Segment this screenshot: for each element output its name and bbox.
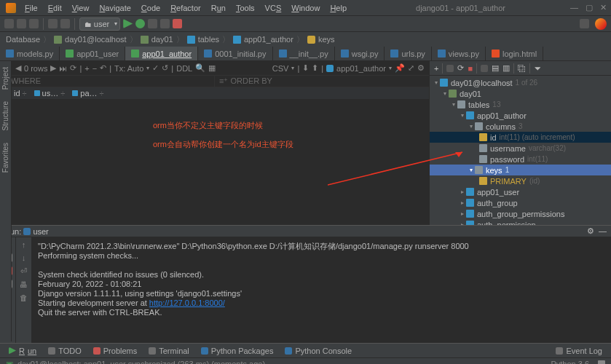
download-icon[interactable]: ⬇ [302,63,309,73]
orderby-filter[interactable]: ≡⁺ ORDER BY [214,76,429,87]
crumb-schema[interactable]: day01 [141,35,173,44]
crumb-tables[interactable]: tables [187,35,219,44]
export-csv[interactable]: CSV [272,64,289,73]
crumb-table[interactable]: app01_author [233,35,293,44]
open-icon[interactable] [4,19,14,28]
tab-views.py[interactable]: views.py [432,47,486,60]
crumb-keys[interactable]: keys [307,35,335,44]
debug-icon[interactable] [135,19,145,28]
prev-page-icon[interactable]: ◀ [15,63,21,73]
menu-help[interactable]: Help [326,2,351,14]
tab-python-packages[interactable]: Python Packages [197,345,278,357]
print-icon[interactable]: 🖶 [20,280,28,289]
tree-table-app01_user[interactable]: ▸app01_user [430,186,611,197]
view-icon[interactable]: ▦ [208,63,216,73]
tab-python-console[interactable]: Python Console [280,345,356,357]
tab-problems[interactable]: Problems [89,345,141,357]
add-row-icon[interactable]: + [84,64,89,73]
db-jump-icon[interactable]: ▤ [492,63,499,73]
upload-icon[interactable]: ⬆ [312,63,318,73]
tab-event-log[interactable]: Event Log [551,345,607,357]
db-tree[interactable]: ▾day01@localhost1 of 26 ▾day01 ▾tables13… [430,76,611,225]
run-gear-icon[interactable]: ⚙ [587,226,594,236]
db-tb-ic1[interactable] [446,65,454,72]
last-page-icon[interactable]: ⏭ [59,64,67,73]
refresh-icon[interactable] [29,19,39,28]
menu-edit[interactable]: Edit [44,2,66,14]
stop-ds-icon[interactable]: ■ [468,64,473,73]
strip-project[interactable]: Project [1,61,9,95]
crumb-database[interactable]: Database [6,35,40,44]
python-interpreter[interactable]: Python 3.6 [551,360,589,364]
console-output[interactable]: "D:\PyCharm 2021.2.3\bin\runnerw.exe" D:… [32,237,611,343]
tree-table-auth_permission[interactable]: ▸auth_permission [430,219,611,225]
tab-0001_initial.py[interactable]: 0001_initial.py [198,47,272,60]
remove-row-icon[interactable]: − [92,64,97,73]
tab-login.html[interactable]: login.html [486,47,543,60]
run-hide-icon[interactable]: — [599,226,607,236]
next-page-icon[interactable]: ▶ [50,63,56,73]
tree-table-auth_group_permissions[interactable]: ▸auth_group_permissions [430,208,611,219]
close-icon[interactable]: ✕ [600,3,607,12]
soft-wrap-icon[interactable]: ⏎ [20,266,27,276]
server-url-link[interactable]: http://127.0.0.1:8000/ [149,298,225,307]
menu-vcs[interactable]: VCS [261,2,286,14]
tab-app01_author[interactable]: app01_author [125,47,198,60]
add-datasource-icon[interactable]: + [434,64,438,73]
revert-icon[interactable]: ↶ [100,63,106,73]
db-er-icon[interactable]: ⿻ [518,64,526,73]
menu-code[interactable]: Code [137,2,165,14]
undo-icon[interactable] [48,19,58,28]
tab-__init__.py[interactable]: __init__.py [273,47,335,60]
tx-mode[interactable]: Tx: Auto [114,64,143,73]
ddl-button[interactable]: DDL [176,64,192,73]
tab-urls.py[interactable]: urls.py [385,47,431,60]
search-icon[interactable] [580,19,589,28]
run-icon[interactable] [123,19,133,28]
save-icon[interactable] [17,19,26,28]
scroll-up-icon[interactable]: ↑ [22,240,26,249]
profile-icon[interactable] [160,19,170,28]
menu-file[interactable]: File [20,2,42,14]
menu-navigate[interactable]: Navigate [95,2,135,14]
lock-icon[interactable] [598,360,605,364]
menu-run[interactable]: Run [207,2,230,14]
avatar[interactable] [595,18,607,30]
db-filter-icon[interactable]: ⏷ [534,64,542,73]
menu-view[interactable]: View [68,2,94,14]
tab-app01_user[interactable]: app01_user [60,47,125,60]
rollback-icon[interactable]: ↺ [162,63,168,73]
tab-run[interactable]: Run [4,345,41,357]
tab-terminal[interactable]: Terminal [144,345,194,357]
col-password[interactable]: pa…÷ [72,89,103,98]
settings-icon[interactable]: ⚙ [417,63,425,73]
menu-refactor[interactable]: Refactor [166,2,205,14]
search-data-icon[interactable]: 🔍 [195,63,205,73]
strip-favorites[interactable]: Favorites [1,137,9,178]
strip-structure[interactable]: Structure [1,95,9,137]
db-tb-ic2[interactable] [481,65,488,72]
refresh-ds-icon[interactable]: ⟳ [457,63,464,73]
clear-icon[interactable]: 🗑 [20,293,28,302]
minimize-icon[interactable]: — [570,3,578,12]
pin-icon[interactable]: 📌 [395,63,405,73]
where-filter[interactable]: ▾ WHERE [0,76,214,87]
commit-icon[interactable]: ✓ [152,63,159,73]
db-split-icon[interactable]: ▥ [502,63,510,73]
tree-table-auth_group[interactable]: ▸auth_group [430,197,611,208]
tab-todo[interactable]: TODO [44,345,86,357]
coverage-icon[interactable] [148,19,157,28]
crumb-datasource[interactable]: day01@localhost [54,35,127,44]
redo-icon[interactable] [60,19,70,28]
expand-icon[interactable]: ⤢ [408,63,414,73]
scroll-down-icon[interactable]: ↓ [22,253,26,262]
reload-icon[interactable]: ⟳ [70,63,76,73]
col-username[interactable]: us…÷ [34,89,66,98]
menu-tools[interactable]: Tools [232,2,259,14]
menu-window[interactable]: Window [287,2,324,14]
tab-models.py[interactable]: models.py [0,47,60,60]
tab-wsgi.py[interactable]: wsgi.py [335,47,385,60]
schema-name[interactable]: app01_author [336,64,386,73]
stop-icon[interactable] [173,19,182,28]
run-config-combo[interactable]: 🖿 user [79,17,120,31]
